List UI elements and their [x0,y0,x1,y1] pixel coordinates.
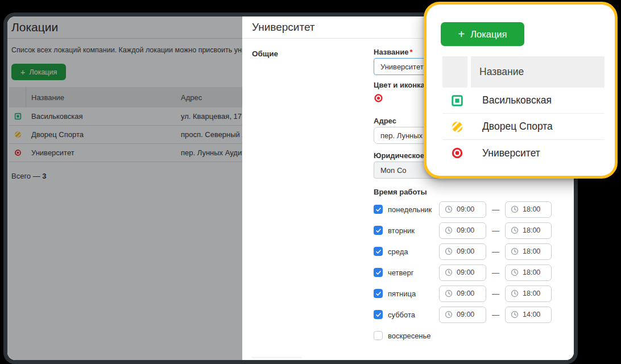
clock-icon [511,226,519,234]
time-from-thursday[interactable]: 09:00 [439,264,486,281]
checkbox-monday[interactable] [374,205,383,214]
day-row-sunday: воскресенье [374,327,561,344]
highlight-callout: + Локация Название Васильковская Дворец … [424,2,618,179]
time-separator: — [492,268,499,277]
location-name: Университет [482,147,540,159]
day-row-monday: понедельник 09:00 — 18:00 [374,201,561,218]
time-from-monday[interactable]: 09:00 [439,201,486,218]
check-icon [375,228,382,234]
checkbox-sunday[interactable] [374,331,383,340]
time-separator: — [492,311,499,319]
check-icon [375,206,382,213]
day-label: четверг [388,268,439,277]
checkbox-saturday[interactable] [374,310,383,319]
check-icon [375,249,382,255]
check-icon [375,312,382,318]
checkbox-friday[interactable] [374,289,383,298]
callout-add-location-label: Локация [470,29,507,40]
day-row-wednesday: среда 09:00 — 18:00 [374,243,561,260]
day-label: понедельник [388,205,439,214]
day-label: вторник [388,226,439,235]
day-label: пятница [388,289,439,298]
location-name: Васильковская [482,94,552,106]
drawer-bottom-divider [252,357,302,358]
yellow-striped-circle-icon [451,121,463,133]
work-time-label: Время работы [374,188,561,197]
clock-icon [511,205,519,213]
callout-row-vasilkovskaya[interactable]: Васильковская [442,88,605,114]
screenshot-canvas: Локации Список всех локаций компании. Ка… [0,0,621,364]
time-separator: — [492,205,499,214]
time-separator: — [492,247,499,256]
location-name: Дворец Спорта [482,121,553,133]
selected-red-target-icon[interactable] [374,93,383,103]
drawer-title: Университет [252,21,315,34]
time-to-tuesday[interactable]: 18:00 [505,222,552,239]
callout-add-location-button[interactable]: + Локация [441,22,524,46]
day-label: суббота [388,311,439,319]
check-icon [375,270,382,276]
day-label: воскресенье [388,332,439,340]
clock-icon [511,311,519,318]
section-label-general: Общие [252,49,278,58]
callout-column-header-icon [442,56,467,88]
required-asterisk: * [409,48,412,56]
time-separator: — [492,226,499,235]
time-from-friday[interactable]: 09:00 [439,286,486,302]
checkbox-wednesday[interactable] [374,247,383,256]
green-square-icon [451,94,463,107]
day-row-tuesday: вторник 09:00 — 18:00 [374,222,561,239]
day-label: среда [388,247,439,256]
day-row-friday: пятница 09:00 — 18:00 [374,285,561,302]
time-separator: — [492,289,499,298]
time-from-tuesday[interactable]: 09:00 [439,222,486,239]
clock-icon [445,205,453,213]
red-target-icon [451,147,463,159]
callout-row-universitet[interactable]: Университет [442,140,605,166]
clock-icon [445,268,453,276]
time-from-wednesday[interactable]: 09:00 [439,243,486,260]
clock-icon [511,247,519,255]
time-to-thursday[interactable]: 18:00 [505,264,552,281]
callout-column-header-name: Название [471,56,605,88]
clock-icon [445,226,453,234]
clock-icon [445,247,453,255]
day-row-thursday: четверг 09:00 — 18:00 [374,264,561,281]
time-to-friday[interactable]: 18:00 [505,286,552,302]
plus-icon: + [458,28,465,40]
callout-row-dvorec-sporta[interactable]: Дворец Спорта [442,114,605,140]
clock-icon [511,268,519,276]
checkbox-thursday[interactable] [374,268,383,277]
checkbox-tuesday[interactable] [374,226,383,235]
check-icon [375,291,382,297]
time-to-wednesday[interactable]: 18:00 [505,243,552,260]
work-time-days: понедельник 09:00 — 18:00 вторник 09:00 … [374,201,561,344]
clock-icon [445,289,453,297]
clock-icon [511,289,519,297]
time-to-monday[interactable]: 18:00 [505,201,552,218]
day-row-saturday: суббота 09:00 — 14:00 [374,306,561,323]
time-from-saturday[interactable]: 09:00 [439,307,486,323]
time-to-saturday[interactable]: 14:00 [505,307,552,323]
clock-icon [445,311,453,318]
